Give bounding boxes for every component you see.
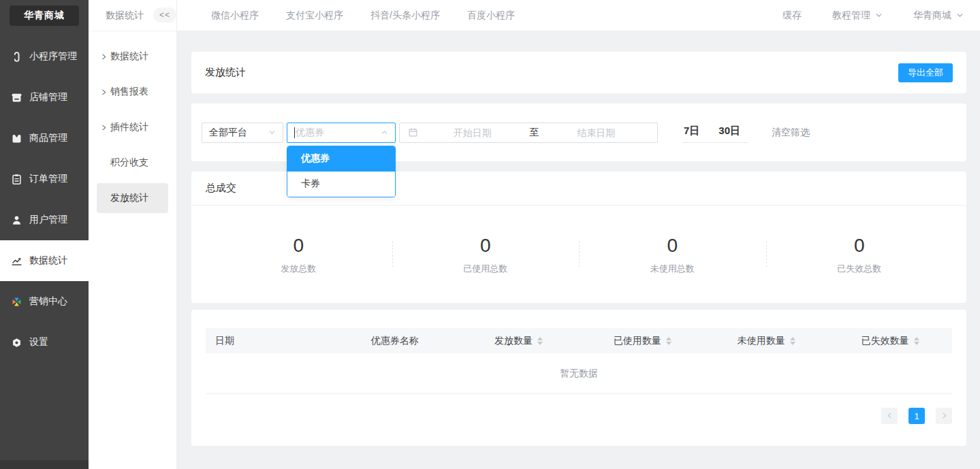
start-date-input[interactable] <box>418 127 527 138</box>
sidebar-item-miniprogram[interactable]: 小程序管理 <box>0 36 89 77</box>
column-label: 优惠券名称 <box>371 335 419 347</box>
column-expired-qty[interactable]: 已失效数量 <box>828 335 952 347</box>
date-range-separator: 至 <box>527 127 542 139</box>
chevron-left-icon <box>886 411 894 421</box>
platform-tabs: 微信小程序 支付宝小程序 抖音/头条小程序 百度小程序 <box>177 10 515 22</box>
pagination-page-1[interactable]: 1 <box>908 408 925 424</box>
summary-stats: 0 发放总数 0 已使用总数 0 未使用总数 0 已失效总数 <box>191 206 966 302</box>
summary-title: 总成交 <box>206 182 236 195</box>
page-title: 发放统计 <box>205 66 246 79</box>
submenu-item-distribution-statistics[interactable]: 发放统计 <box>97 183 168 213</box>
stat-total-issued: 0 发放总数 <box>205 231 392 276</box>
account-menu[interactable]: 华青商城 <box>913 10 964 22</box>
sidebar-item-label: 店铺管理 <box>29 91 67 103</box>
end-date-input[interactable] <box>542 127 651 138</box>
sidebar-item-label: 数据统计 <box>29 255 67 267</box>
stat-value: 0 <box>392 236 580 257</box>
column-label: 已使用数量 <box>614 335 661 347</box>
tutorial-menu-label: 教程管理 <box>832 10 870 22</box>
clear-filters-button[interactable]: 清空筛选 <box>772 127 810 139</box>
cache-label: 缓存 <box>783 10 802 22</box>
stat-label: 已使用总数 <box>392 263 580 275</box>
tutorial-menu[interactable]: 教程管理 <box>832 10 883 22</box>
column-issued-qty[interactable]: 发放数量 <box>457 335 581 347</box>
quick-range-group: 7日 30日 <box>682 122 748 143</box>
sidebar-item-shop[interactable]: 店铺管理 <box>0 77 89 118</box>
coupon-type-select[interactable]: 优惠券 优惠券 卡券 <box>287 123 396 143</box>
tab-alipay-miniprogram[interactable]: 支付宝小程序 <box>286 10 343 22</box>
main-sidebar: 华青商城 小程序管理 店铺管理 商品管理 订单管理 <box>0 0 89 469</box>
chart-icon <box>10 255 22 267</box>
submenu-item-label: 插件统计 <box>110 121 148 133</box>
marketing-icon <box>10 295 22 308</box>
platform-select[interactable]: 全部平台 <box>202 123 283 143</box>
quick-range-7d-button[interactable]: 7日 <box>684 125 699 138</box>
submenu-item-label: 数据统计 <box>110 50 148 63</box>
column-used-qty[interactable]: 已使用数量 <box>580 335 704 347</box>
chevron-down-icon <box>268 127 276 138</box>
sidebar-item-marketing[interactable]: 营销中心 <box>0 281 89 322</box>
pagination-prev-button[interactable] <box>881 408 898 424</box>
submenu-item-sales-report[interactable]: 销售报表 <box>97 77 168 107</box>
shop-icon <box>10 91 22 103</box>
sort-icon[interactable] <box>537 337 543 345</box>
cache-button[interactable]: 缓存 <box>783 10 802 22</box>
tab-douyin-miniprogram[interactable]: 抖音/头条小程序 <box>370 10 440 22</box>
sidebar-item-orders[interactable]: 订单管理 <box>0 159 89 199</box>
quick-range-30d-button[interactable]: 30日 <box>718 125 740 138</box>
sidebar-item-goods[interactable]: 商品管理 <box>0 118 89 159</box>
coupon-type-dropdown: 优惠券 卡券 <box>287 146 396 197</box>
dropdown-option-card[interactable]: 卡券 <box>287 172 395 197</box>
column-unused-qty[interactable]: 未使用数量 <box>704 335 828 347</box>
column-label: 日期 <box>215 335 234 347</box>
submenu-item-points-ledger[interactable]: 积分收支 <box>97 148 168 178</box>
sort-icon[interactable] <box>914 337 919 345</box>
column-label: 未使用数量 <box>738 335 785 347</box>
sidebar-item-label: 设置 <box>29 336 48 349</box>
filter-card: 全部平台 优惠券 优惠券 卡券 至 7日 30日 清空筛选 <box>191 103 966 161</box>
column-coupon-name: 优惠券名称 <box>333 335 457 347</box>
sidebar-footer <box>0 460 89 469</box>
coupon-type-placeholder: 优惠券 <box>296 127 324 139</box>
sidebar-item-settings[interactable]: 设置 <box>0 322 89 363</box>
calendar-icon <box>408 127 418 138</box>
tab-baidu-miniprogram[interactable]: 百度小程序 <box>467 10 515 22</box>
sort-icon[interactable] <box>790 337 795 345</box>
top-bar-right: 缓存 教程管理 华青商城 <box>783 10 980 22</box>
pagination-next-button[interactable] <box>936 408 952 424</box>
chevron-up-icon <box>381 127 388 138</box>
submenu-item-label: 积分收支 <box>110 157 148 169</box>
date-range-picker[interactable]: 至 <box>399 123 658 143</box>
chevron-spacer <box>99 159 108 167</box>
export-all-button[interactable]: 导出全部 <box>898 63 953 82</box>
chevron-right-icon <box>99 88 108 97</box>
platform-select-value: 全部平台 <box>209 127 247 139</box>
stat-value: 0 <box>205 236 392 257</box>
sidebar-item-statistics[interactable]: 数据统计 <box>0 240 89 281</box>
sidebar-item-label: 订单管理 <box>29 173 67 185</box>
sub-sidebar: 数据统计 << 数据统计 销售报表 插件统计 积分收支 发放统计 <box>89 0 177 469</box>
sort-icon[interactable] <box>666 337 671 345</box>
main-nav: 小程序管理 店铺管理 商品管理 订单管理 用户管理 <box>0 36 89 363</box>
submenu-item-data-statistics[interactable]: 数据统计 <box>97 42 168 71</box>
sub-sidebar-title: 数据统计 <box>106 10 144 22</box>
chevron-down-icon <box>875 10 883 21</box>
sidebar-item-users[interactable]: 用户管理 <box>0 199 89 240</box>
tab-wechat-miniprogram[interactable]: 微信小程序 <box>211 10 259 22</box>
brand-logo: 华青商城 <box>10 5 79 26</box>
collapse-sidebar-button[interactable]: << <box>153 7 176 22</box>
sub-sidebar-header: 数据统计 << <box>89 0 176 31</box>
sidebar-item-label: 用户管理 <box>29 214 67 226</box>
stat-label: 未使用总数 <box>579 263 766 275</box>
account-menu-label: 华青商城 <box>913 10 951 22</box>
user-icon <box>10 214 22 226</box>
stat-value: 0 <box>579 236 766 257</box>
column-label: 发放数量 <box>494 335 533 347</box>
miniprogram-icon <box>10 50 22 63</box>
chevron-down-icon <box>956 10 964 21</box>
submenu-item-label: 发放统计 <box>110 192 148 204</box>
page-header-card: 发放统计 导出全部 <box>191 52 966 93</box>
table-header-row: 日期 优惠券名称 发放数量 已使用数量 未使用数量 已失效数量 <box>206 328 952 353</box>
submenu-item-plugin-statistics[interactable]: 插件统计 <box>97 112 168 142</box>
dropdown-option-coupon[interactable]: 优惠券 <box>287 146 395 172</box>
